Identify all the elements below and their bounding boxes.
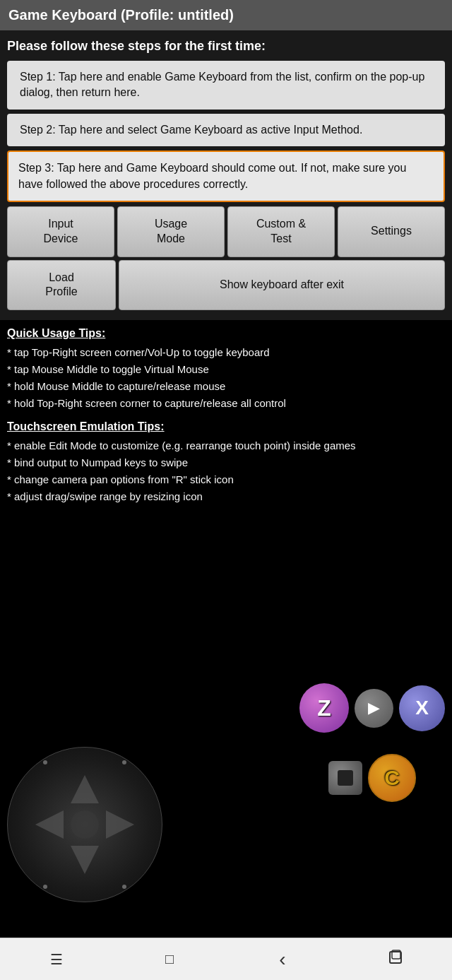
step-2-text: Step 2: Tap here and select Game Keyboar…	[20, 124, 362, 136]
controller-area: Z ▶ X C	[0, 669, 452, 938]
step-3-text: Step 3: Tap here and Game Keyboard shoul…	[18, 162, 406, 189]
input-device-button[interactable]: InputDevice	[7, 206, 114, 257]
quick-tips-text: * tap Top-Right screen corner/Vol-Up to …	[7, 344, 445, 412]
quick-tip-1: * tap Top-Right screen corner/Vol-Up to …	[7, 346, 270, 358]
back-icon: ‹	[279, 948, 285, 971]
dpad-circle[interactable]	[7, 747, 162, 902]
touch-tips-title: Touchscreen Emulation Tips:	[7, 420, 445, 433]
instructions-title: Please follow these steps for the first …	[7, 39, 445, 54]
menu-nav-button[interactable]: ☰	[42, 945, 71, 974]
quick-tip-4: * hold Top-Right screen corner to captur…	[7, 397, 286, 409]
quick-tip-2: * tap Mouse Middle to toggle Virtual Mou…	[7, 363, 209, 375]
touch-tip-3: * change camera pan options from "R" sti…	[7, 473, 234, 485]
quick-tips-title: Quick Usage Tips:	[7, 327, 445, 340]
menu-icon: ☰	[50, 951, 63, 968]
step-1[interactable]: Step 1: Tap here and enable Game Keyboar…	[7, 61, 445, 110]
dpad-dot-tr	[122, 760, 126, 764]
title-bar: Game Keyboard (Profile: untitled)	[0, 0, 452, 30]
svg-point-4	[71, 810, 99, 839]
step-2[interactable]: Step 2: Tap here and select Game Keyboar…	[7, 114, 445, 146]
recent-icon	[388, 950, 403, 969]
step-3[interactable]: Step 3: Tap here and Game Keyboard shoul…	[7, 150, 445, 202]
touch-tip-2: * bind output to Numpad keys to swipe	[7, 456, 188, 468]
svg-marker-2	[35, 810, 64, 839]
action-row-bottom: C	[328, 754, 416, 802]
dpad-dot-bl	[43, 885, 47, 889]
dpad-dot-br	[122, 885, 126, 889]
svg-marker-0	[71, 775, 99, 803]
back-nav-button[interactable]: ‹	[268, 945, 297, 974]
z-button[interactable]: Z	[299, 683, 349, 733]
x-button[interactable]: X	[399, 685, 445, 731]
step-1-text: Step 1: Tap here and enable Game Keyboar…	[20, 71, 424, 98]
touch-tip-4: * adjust drag/swipe range by resizing ic…	[7, 490, 203, 502]
usage-mode-button[interactable]: UsageMode	[117, 206, 225, 257]
show-keyboard-button[interactable]: Show keyboard after exit	[119, 260, 445, 311]
quick-tip-3: * hold Mouse Middle to capture/release m…	[7, 380, 225, 392]
home-icon: □	[165, 951, 174, 967]
dpad-svg	[28, 768, 141, 881]
tips-section: Quick Usage Tips: * tap Top-Right screen…	[0, 320, 452, 669]
recent-nav-button[interactable]	[381, 945, 410, 974]
load-profile-button[interactable]: LoadProfile	[7, 260, 116, 311]
touch-tip-1: * enable Edit Mode to customize (e.g. re…	[7, 439, 356, 451]
app-title: Game Keyboard (Profile: untitled)	[8, 7, 234, 23]
square-button[interactable]	[328, 761, 362, 795]
home-nav-button[interactable]: □	[155, 945, 184, 974]
main-content: Please follow these steps for the first …	[0, 30, 452, 320]
svg-marker-3	[106, 810, 134, 839]
svg-marker-1	[71, 846, 99, 874]
touch-tips-text: * enable Edit Mode to customize (e.g. re…	[7, 437, 445, 505]
custom-test-button[interactable]: Custom &Test	[227, 206, 335, 257]
dpad-dot-tl	[43, 760, 47, 764]
button-grid-row1: InputDevice UsageMode Custom &Test Setti…	[7, 206, 445, 257]
button-grid-row2: LoadProfile Show keyboard after exit	[7, 260, 445, 311]
c-button[interactable]: C	[368, 754, 416, 802]
action-row-top: Z ▶ X	[299, 683, 445, 733]
play-button[interactable]: ▶	[355, 689, 393, 728]
settings-button[interactable]: Settings	[338, 206, 445, 257]
navigation-bar: ☰ □ ‹	[0, 938, 452, 980]
action-buttons: Z ▶ X C	[299, 683, 445, 802]
square-icon	[338, 770, 353, 786]
